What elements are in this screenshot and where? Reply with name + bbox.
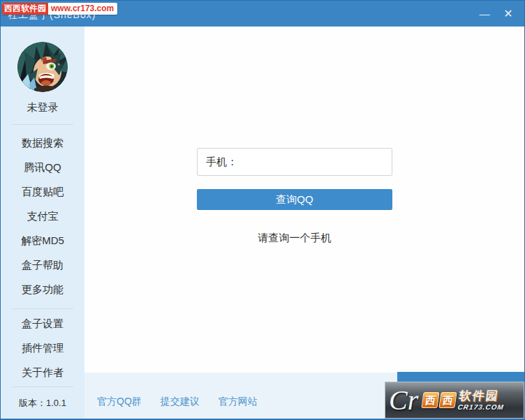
sidebar: 未登录 数据搜索 腾讯QQ 百度贴吧 支付宝 解密MD5 盒子帮助 更多功能 盒… <box>1 27 84 419</box>
footer-link-official-site[interactable]: 官方网站 <box>219 396 258 408</box>
logo-right-column: 软件园 CR173.COM <box>457 390 506 411</box>
window-controls: — ✕ <box>473 5 520 22</box>
logo-xi-block: 西 <box>439 392 457 408</box>
main-panel: 查询QQ 请查询一个手机 官方QQ群 提交建议 官方网站 <box>84 27 524 419</box>
sidebar-item-tencent-qq[interactable]: 腾讯QQ <box>1 155 84 179</box>
sidebar-item-md5-decrypt[interactable]: 解密MD5 <box>1 228 84 253</box>
sidebar-item-about-author[interactable]: 关于作者 <box>1 360 84 384</box>
sidebar-nav-main: 数据搜索 腾讯QQ 百度贴吧 支付宝 解密MD5 盒子帮助 更多功能 <box>1 130 84 301</box>
logo-xi-block: 西 <box>422 392 440 408</box>
sidebar-divider <box>12 308 73 309</box>
footer-link-feedback[interactable]: 提交建议 <box>161 396 200 408</box>
close-button[interactable]: ✕ <box>496 5 520 22</box>
close-icon: ✕ <box>503 7 512 20</box>
logo-suffix-text: 软件园 <box>459 390 507 403</box>
sidebar-item-more-features[interactable]: 更多功能 <box>1 277 84 301</box>
avatar[interactable] <box>17 42 68 92</box>
cr173-logo: Cr 西 西 软件园 CR173.COM <box>385 382 524 419</box>
sidebar-divider <box>12 124 73 125</box>
query-qq-button[interactable]: 查询QQ <box>197 189 392 210</box>
version-label: 版本：1.0.1 <box>19 397 66 410</box>
query-hint: 请查询一个手机 <box>197 232 392 245</box>
query-form: 查询QQ 请查询一个手机 <box>197 148 392 245</box>
watermark-site-url: www.cr173.com <box>48 3 117 15</box>
sidebar-divider <box>12 387 73 387</box>
login-status: 未登录 <box>27 101 59 114</box>
window-body: 未登录 数据搜索 腾讯QQ 百度贴吧 支付宝 解密MD5 盒子帮助 更多功能 盒… <box>1 27 524 419</box>
sidebar-nav-secondary: 盒子设置 插件管理 关于作者 <box>1 311 84 384</box>
sidebar-item-plugin-manager[interactable]: 插件管理 <box>1 336 84 360</box>
logo-domain-text: CR173.COM <box>457 403 505 410</box>
main-content: 查询QQ 请查询一个手机 <box>84 27 524 373</box>
sidebar-item-box-help[interactable]: 盒子帮助 <box>1 253 84 277</box>
watermark-site-badge: 西西软件园 <box>2 3 48 15</box>
minimize-button[interactable]: — <box>473 5 496 22</box>
app-window: 社工盒子(SheBox) — ✕ 西西软件园 www.cr173.com <box>0 0 525 420</box>
logo-cr-text: Cr <box>389 388 418 413</box>
sidebar-item-baidu-tieba[interactable]: 百度贴吧 <box>1 179 84 204</box>
sidebar-item-alipay[interactable]: 支付宝 <box>1 204 84 228</box>
footer-link-qq-group[interactable]: 官方QQ群 <box>97 396 142 408</box>
cr173-top-watermark: 西西软件园 www.cr173.com <box>2 3 117 15</box>
sidebar-item-data-search[interactable]: 数据搜索 <box>1 130 84 155</box>
phone-input[interactable] <box>197 148 392 176</box>
avatar-image <box>17 42 68 92</box>
minimize-icon: — <box>480 8 490 20</box>
sidebar-item-box-settings[interactable]: 盒子设置 <box>1 311 84 336</box>
